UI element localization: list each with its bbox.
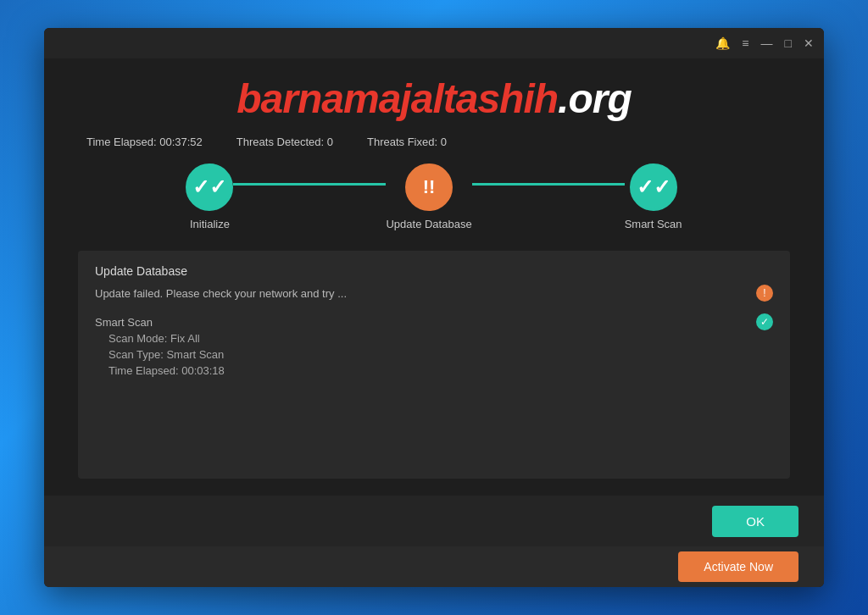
ok-button[interactable]: OK (712, 506, 798, 537)
log-update-header: Update Database (95, 264, 773, 278)
threats-detected-stat: Threats Detected: 0 (236, 136, 333, 148)
log-panel[interactable]: Update Database Update failed. Please ch… (78, 251, 790, 479)
logo-brand: barnamajaltashih (236, 76, 558, 121)
threats-fixed-stat: Threats Fixed: 0 (367, 136, 447, 148)
step-update-circle: ! (405, 163, 453, 211)
log-smart-scan-text: Smart Scan (95, 316, 153, 329)
logo-text: barnamajaltashih.org (236, 76, 631, 121)
minimize-icon[interactable]: — (761, 36, 773, 50)
stats-row: Time Elapsed: 00:37:52 Threats Detected:… (78, 136, 790, 148)
notification-icon[interactable]: 🔔 (715, 36, 730, 50)
step-smart-scan-circle: ✓ (630, 163, 677, 211)
step-line-1 (233, 183, 386, 186)
title-bar: 🔔 ≡ — □ ✕ (44, 28, 824, 58)
content-area: barnamajaltashih.org Time Elapsed: 00:37… (44, 58, 824, 496)
log-update-row1: Update failed. Please check your network… (95, 283, 773, 303)
step-initialize-label: Initialize (190, 218, 230, 230)
log-section-update: Update Database Update failed. Please ch… (95, 264, 773, 303)
check-icon: ✓ (192, 175, 226, 199)
time-elapsed-stat: Time Elapsed: 00:37:52 (86, 136, 203, 148)
log-scan-mode: Scan Mode: Fix All (95, 332, 773, 345)
step-initialize: ✓ Initialize (186, 163, 233, 230)
step-smart-scan-label: Smart Scan (625, 218, 682, 230)
logo-area: barnamajaltashih.org (78, 75, 790, 122)
step-initialize-circle: ✓ (186, 163, 233, 211)
step-line-2 (472, 183, 625, 186)
close-icon[interactable]: ✕ (804, 36, 814, 50)
maximize-icon[interactable]: □ (785, 36, 792, 50)
activate-now-button[interactable]: Activate Now (678, 551, 798, 582)
log-update-text1: Update failed. Please check your network… (95, 287, 347, 300)
log-smart-scan-row: Smart Scan ✓ (95, 312, 773, 332)
step-smart-scan: ✓ Smart Scan (625, 163, 682, 230)
logo-org: .org (558, 76, 632, 121)
menu-icon[interactable]: ≡ (742, 36, 748, 50)
log-time-elapsed: Time Elapsed: 00:03:18 (95, 364, 773, 377)
check-icon-2: ✓ (637, 175, 670, 199)
log-ok-icon: ✓ (756, 313, 773, 330)
progress-steps: ✓ Initialize ! Update Database ✓ Smart S… (78, 163, 790, 230)
bottom-bar: OK (44, 496, 824, 546)
step-update-database: ! Update Database (386, 163, 471, 230)
footer-bar: Activate Now (44, 546, 824, 587)
log-section-smart-scan: Smart Scan ✓ Scan Mode: Fix All Scan Typ… (95, 312, 773, 377)
step-update-label: Update Database (386, 218, 471, 230)
log-scan-type: Scan Type: Smart Scan (95, 348, 773, 361)
main-window: 🔔 ≡ — □ ✕ barnamajaltashih.org Time Elap… (44, 28, 824, 587)
warning-icon: ! (423, 176, 436, 198)
log-warn-icon: ! (756, 285, 773, 302)
